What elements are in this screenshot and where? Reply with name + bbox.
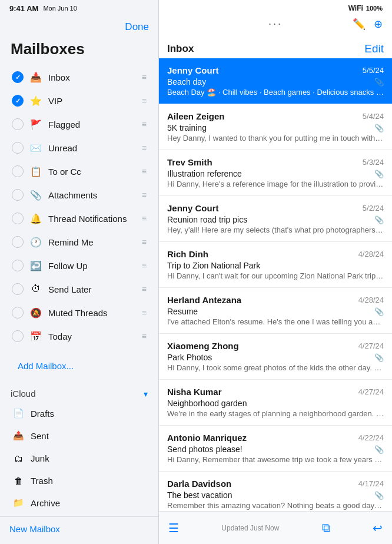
sidebar-item-vip[interactable]: ⭐ VIP ≡ xyxy=(4,89,155,112)
icloud-label-icloud-sent: Sent xyxy=(31,431,49,441)
sidebar-item-drafts[interactable]: 📄 Drafts ≡ xyxy=(4,348,155,354)
icloud-chevron-icon: ▾ xyxy=(144,389,148,399)
icloud-label-icloud-trash: Trash xyxy=(31,476,53,486)
mailbox-label-vip: VIP xyxy=(48,96,138,106)
mailbox-checkbox-attachments[interactable] xyxy=(12,189,24,201)
mailbox-checkbox-today[interactable] xyxy=(12,330,24,342)
sidebar-item-today[interactable]: 📅 Today ≡ xyxy=(4,324,155,348)
icloud-item-icloud-sent[interactable]: 📤 Sent xyxy=(9,424,149,447)
back-button[interactable]: ↩ xyxy=(373,521,383,535)
sidebar-item-muted-threads[interactable]: 🔕 Muted Threads ≡ xyxy=(4,301,155,324)
mailbox-icon-remind-me: 🕐 xyxy=(29,235,42,248)
icloud-item-icloud-drafts[interactable]: 📄 Drafts xyxy=(9,402,149,424)
email-list-item[interactable]: Nisha Kumar 4/27/24 Neighborhood garden … xyxy=(159,380,392,426)
icloud-item-icloud-junk[interactable]: 🗂 Junk xyxy=(9,447,149,469)
email-subject: Resume xyxy=(167,307,198,316)
email-sender: Xiaomeng Zhong xyxy=(167,341,239,351)
filter-button[interactable]: ☰ xyxy=(168,521,179,535)
email-subject: 5K training xyxy=(167,123,207,132)
mailbox-checkbox-unread[interactable] xyxy=(12,142,24,154)
main-panel: ··· Inbox Edit ✏️ ⊕ Jenny Court 5/5/24 B… xyxy=(159,0,392,544)
mailbox-checkbox-muted-threads[interactable] xyxy=(12,307,24,319)
mailbox-label-toorcc: To or Cc xyxy=(48,167,138,177)
email-sender: Aileen Zeigen xyxy=(167,111,225,121)
sidebar-item-flagged[interactable]: 🚩 Flagged ≡ xyxy=(4,112,155,136)
email-list-item[interactable]: Darla Davidson 4/17/24 The best vacation… xyxy=(159,472,392,511)
more-button[interactable]: ⊕ xyxy=(374,18,383,31)
drag-handle-attachments[interactable]: ≡ xyxy=(142,190,147,200)
mailbox-checkbox-flagged[interactable] xyxy=(12,118,24,130)
icloud-item-icloud-trash[interactable]: 🗑 Trash xyxy=(9,469,149,492)
compose-button[interactable]: ✏️ xyxy=(353,18,366,31)
email-list-item[interactable]: Rich Dinh 4/28/24 Trip to Zion National … xyxy=(159,242,392,288)
mailbox-icon-muted-threads: 🔕 xyxy=(29,306,42,319)
mailbox-icon-follow-up: ↩️ xyxy=(29,259,42,272)
email-list-item[interactable]: Xiaomeng Zhong 4/27/24 Park Photos 📎 Hi … xyxy=(159,334,392,380)
email-list-item[interactable]: Jenny Court 5/5/24 Beach day 📎 Beach Day… xyxy=(159,58,392,104)
attachment-icon: 📎 xyxy=(374,353,384,362)
mailbox-label-attachments: Attachments xyxy=(48,190,138,200)
mailbox-checkbox-follow-up[interactable] xyxy=(12,260,24,271)
email-sender: Rich Dinh xyxy=(167,249,208,259)
icloud-header[interactable]: iCloud ▾ xyxy=(9,385,149,402)
sidebar-item-follow-up[interactable]: ↩️ Follow Up ≡ xyxy=(4,254,155,277)
icloud-icon-icloud-sent: 📤 xyxy=(12,429,25,442)
mailbox-checkbox-thread-notifications[interactable] xyxy=(12,213,24,224)
email-list-item[interactable]: Herland Antezana 4/28/24 Resume 📎 I've a… xyxy=(159,288,392,334)
email-subject: Park Photos xyxy=(167,353,212,362)
email-list-item[interactable]: Antonio Manriquez 4/22/24 Send photos pl… xyxy=(159,426,392,472)
icloud-item-icloud-archive[interactable]: 📁 Archive xyxy=(9,492,149,514)
add-mailbox-button[interactable]: Add Mailbox... xyxy=(7,356,84,376)
email-sender: Trev Smith xyxy=(167,157,212,167)
mailbox-checkbox-send-later[interactable] xyxy=(12,283,24,295)
mailbox-checkbox-vip[interactable] xyxy=(12,95,24,107)
icloud-label-icloud-archive: Archive xyxy=(31,498,60,508)
status-time: 9:41 AM xyxy=(9,4,38,13)
update-status: Updated Just Now xyxy=(221,524,279,532)
email-sender: Darla Davidson xyxy=(167,479,231,489)
email-list-item[interactable]: Jenny Court 5/2/24 Reunion road trip pic… xyxy=(159,196,392,242)
mailbox-icon-send-later: ⏱ xyxy=(29,283,42,296)
attachment-icon: 📎 xyxy=(374,124,384,132)
sidebar-item-unread[interactable]: ✉️ Unread ≡ xyxy=(4,136,155,160)
mailbox-label-send-later: Send Later xyxy=(48,284,138,294)
mailbox-checkbox-remind-me[interactable] xyxy=(12,236,24,248)
sidebar-item-toorcc[interactable]: 📋 To or Cc ≡ xyxy=(4,160,155,183)
icloud-icon-icloud-trash: 🗑 xyxy=(12,474,25,487)
drag-handle-inbox[interactable]: ≡ xyxy=(142,72,147,82)
sidebar-item-inbox[interactable]: 📥 Inbox ≡ xyxy=(4,65,155,89)
email-subject: The best vacation xyxy=(167,490,232,500)
mailbox-checkbox-inbox[interactable] xyxy=(12,71,24,83)
drag-handle-follow-up[interactable]: ≡ xyxy=(142,261,147,270)
email-date: 4/22/24 xyxy=(358,433,384,442)
sidebar-title: Mailboxes xyxy=(0,38,158,65)
more-options-icon[interactable]: ··· xyxy=(268,18,283,29)
edit-button[interactable]: Edit xyxy=(364,42,384,55)
icloud-section: iCloud ▾ 📄 Drafts 📤 Sent 🗂 Junk 🗑 Trash … xyxy=(0,380,158,516)
drag-handle-unread[interactable]: ≡ xyxy=(142,143,147,152)
sidebar-item-send-later[interactable]: ⏱ Send Later ≡ xyxy=(4,277,155,301)
drag-handle-send-later[interactable]: ≡ xyxy=(142,284,147,294)
mailbox-label-thread-notifications: Thread Notifications xyxy=(48,214,138,224)
drag-handle-thread-notifications[interactable]: ≡ xyxy=(142,214,147,223)
email-preview: Hi Danny, I can't wait for our upcoming … xyxy=(167,271,384,280)
drag-handle-muted-threads[interactable]: ≡ xyxy=(142,308,147,317)
mailbox-icon-unread: ✉️ xyxy=(29,141,42,154)
email-list-item[interactable]: Trev Smith 5/3/24 Illustration reference… xyxy=(159,150,392,196)
drag-handle-remind-me[interactable]: ≡ xyxy=(142,237,147,247)
email-subject: Beach day xyxy=(167,77,206,87)
sidebar-item-remind-me[interactable]: 🕐 Remind Me ≡ xyxy=(4,230,155,254)
sidebar-item-attachments[interactable]: 📎 Attachments ≡ xyxy=(4,183,155,207)
drag-handle-vip[interactable]: ≡ xyxy=(142,96,147,105)
mailbox-checkbox-toorcc[interactable] xyxy=(12,165,24,177)
sidebar-item-thread-notifications[interactable]: 🔔 Thread Notifications ≡ xyxy=(4,207,155,230)
battery-icon: 100% xyxy=(366,5,383,12)
drag-handle-toorcc[interactable]: ≡ xyxy=(142,167,147,176)
email-list-item[interactable]: Aileen Zeigen 5/4/24 5K training 📎 Hey D… xyxy=(159,104,392,150)
drag-handle-flagged[interactable]: ≡ xyxy=(142,120,147,129)
done-button[interactable]: Done xyxy=(125,21,149,33)
status-date: Mon Jun 10 xyxy=(43,5,77,12)
copy-button[interactable]: ⧉ xyxy=(322,521,330,535)
drag-handle-today[interactable]: ≡ xyxy=(142,331,147,341)
new-mailbox-button[interactable]: New Mailbox xyxy=(9,524,60,534)
